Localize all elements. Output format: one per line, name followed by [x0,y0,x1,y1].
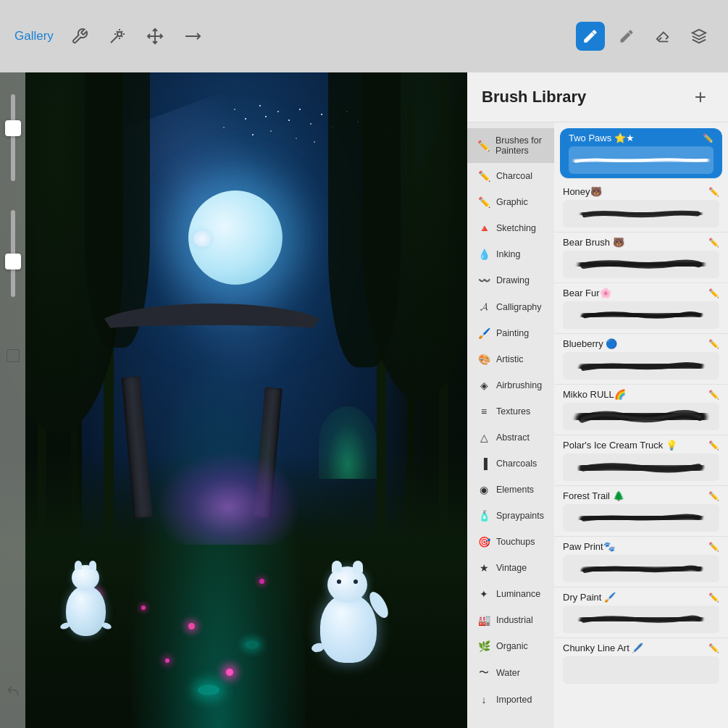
brush-chunky-edit[interactable]: ✏️ [708,643,719,653]
category-graphic[interactable]: ✏️ Graphic [467,189,554,215]
brush-item-bear-fur[interactable]: Bear Fur🌸 ✏️ [554,283,728,334]
brush-two-paws-edit[interactable]: ✏️ [703,133,714,143]
category-charcoal[interactable]: ✏️ Charcoal [467,163,554,189]
brush-paw-edit[interactable]: ✏️ [708,542,719,552]
transform-icon[interactable] [143,25,167,48]
brush-honey-preview [563,200,719,227]
eraser-tool-button[interactable] [648,22,677,51]
brush-item-two-paws[interactable]: Two Paws ⭐★ ✏️ [560,128,722,179]
brush-list: Two Paws ⭐★ ✏️ Honey🐻 [554,122,728,728]
brush-blueberry-edit[interactable]: ✏️ [708,339,719,349]
brush-blueberry-name: Blueberry 🔵 [563,338,617,349]
opacity-slider-thumb[interactable] [5,254,21,269]
polar-stroke-svg [563,453,719,481]
magic-icon[interactable] [106,25,129,48]
brush-honey-name: Honey🐻 [563,186,602,197]
brush-forest-edit[interactable]: ✏️ [708,491,719,501]
canvas-image [0,72,471,728]
toolbar: Gallery [0,0,728,72]
category-artistic[interactable]: 🎨 Artistic [467,346,554,372]
airbrushing-icon: ◈ [477,380,490,391]
category-drawing[interactable]: 〰️ Drawing [467,267,554,293]
brush-honey-edit[interactable]: ✏️ [708,187,719,197]
brush-two-paws-name: Two Paws ⭐★ [569,133,635,143]
industrial-icon: 🏭 [477,614,490,626]
stars [259,105,261,106]
character-top [193,230,212,256]
brush-item-honey[interactable]: Honey🐻 ✏️ [554,182,728,233]
honey-stroke-svg [563,200,719,227]
category-painting[interactable]: 🖌️ Painting [467,320,554,346]
share-icon[interactable] [181,25,204,48]
brush-item-blueberry[interactable]: Blueberry 🔵 ✏️ [554,334,728,385]
swatch-box [7,349,20,362]
brush-item-chunky-line[interactable]: Chunky Line Art 🖊️ ✏️ [554,638,728,688]
category-vintage[interactable]: ★ Vintage [467,555,554,581]
category-inking[interactable]: 💧 Inking [467,241,554,267]
category-sketching[interactable]: 🔺 Sketching [467,215,554,241]
char-right-head [327,566,367,603]
smudge-tool-button[interactable] [612,22,641,51]
char-right-eye-r [353,580,358,584]
brush-item-polar-ice[interactable]: Polar's Ice Cream Truck 💡 ✏️ [554,435,728,486]
sketching-icon: 🔺 [477,222,490,234]
brush-bear-fur-name: Bear Fur🌸 [563,288,611,298]
paw-stroke-svg [563,555,719,582]
category-painting-label: Painting [496,328,529,338]
brush-polar-edit[interactable]: ✏️ [708,440,719,451]
brush-item-dry-paint[interactable]: Dry Paint 🖌️ ✏️ [554,587,728,638]
category-artistic-label: Artistic [496,354,524,364]
category-touchups[interactable]: 🎯 Touchups [467,529,554,555]
brush-item-paw-print[interactable]: Paw Print🐾 ✏️ [554,537,728,587]
foliage-right-2 [328,72,401,367]
brush-bear-brush-edit[interactable]: ✏️ [708,238,719,248]
brush-honey-header: Honey🐻 ✏️ [563,186,719,197]
brush-two-paws-preview [569,146,714,174]
layers-tool-button[interactable] [685,22,714,51]
undo-icon[interactable] [5,683,21,699]
category-luminance[interactable]: ✦ Luminance [467,581,554,607]
category-elements-label: Elements [496,485,534,495]
char-right-ear-l [332,561,342,572]
category-inking-label: Inking [496,249,520,259]
add-brush-button[interactable]: + [687,84,714,110]
gallery-button[interactable]: Gallery [14,29,54,43]
brush-item-mikko-rull[interactable]: Mikko RULL🌈 ✏️ [554,385,728,435]
category-airbrushing[interactable]: ◈ Airbrushing [467,372,554,398]
charcoals-icon: ▐ [477,458,490,469]
category-water[interactable]: 〜 Water [467,659,554,687]
category-spraypaints[interactable]: 🧴 Spraypaints [467,503,554,529]
brush-bear-fur-header: Bear Fur🌸 ✏️ [563,288,719,298]
brush-bear-fur-edit[interactable]: ✏️ [708,288,719,298]
category-textures[interactable]: ≡ Textures [467,398,554,424]
artistic-icon: 🎨 [477,353,490,365]
canvas-area[interactable] [0,72,471,728]
brush-mikko-edit[interactable]: ✏️ [708,390,719,400]
brush-dry-paint-name: Dry Paint 🖌️ [563,592,616,603]
category-painters[interactable]: ✏️ Brushes for Painters [467,128,554,163]
brush-blueberry-header: Blueberry 🔵 ✏️ [563,338,719,349]
wrench-icon[interactable] [68,25,91,48]
category-charcoals-label: Charcoals [496,459,537,469]
brush-paw-name: Paw Print🐾 [563,541,615,552]
size-slider-thumb[interactable] [5,120,21,136]
category-organic[interactable]: 🌿 Organic [467,633,554,659]
opacity-slider[interactable] [11,210,15,297]
brush-dry-paint-edit[interactable]: ✏️ [708,593,719,603]
category-industrial[interactable]: 🏭 Industrial [467,607,554,633]
category-charcoal-label: Charcoal [496,171,532,181]
teal-glow-1 [198,685,219,695]
brush-bear-brush-name: Bear Brush 🐻 [563,237,624,248]
category-calligraphy[interactable]: 𝓐 Calligraphy [467,293,554,320]
category-imported[interactable]: ↓ Imported [467,687,554,713]
category-elements[interactable]: ◉ Elements [467,477,554,503]
brush-item-forest-trail[interactable]: Forest Trail 🌲 ✏️ [554,486,728,537]
brush-tool-button[interactable] [576,22,605,51]
color-swatch-icon[interactable] [5,348,21,364]
brush-item-bear-brush[interactable]: Bear Brush 🐻 ✏️ [554,233,728,283]
category-calligraphy-label: Calligraphy [496,302,542,312]
size-slider[interactable] [11,94,15,181]
char-right-ear-r [353,561,363,572]
category-charcoals[interactable]: ▐ Charcoals [467,451,554,477]
category-abstract[interactable]: △ Abstract [467,424,554,451]
